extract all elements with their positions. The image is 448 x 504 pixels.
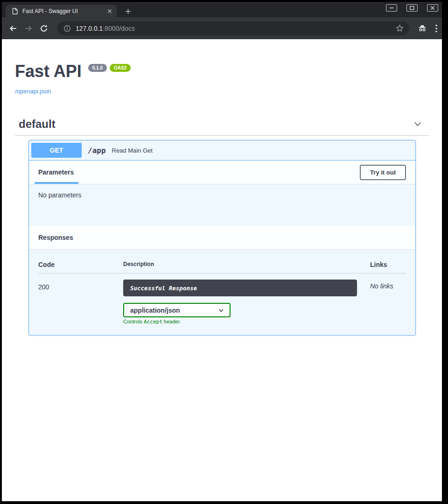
url-host: 127.0.0.1	[76, 25, 103, 32]
new-tab-button[interactable]	[124, 7, 132, 15]
window-minimize-button[interactable]	[386, 4, 397, 12]
active-tab-underline	[35, 182, 78, 184]
oas3-badge: OAS3	[110, 64, 131, 72]
page-title: Fast API	[15, 62, 82, 81]
bookmark-star-icon[interactable]	[396, 24, 404, 32]
window-maximize-button[interactable]	[406, 4, 418, 12]
browser-titlebar: Fast API - Swagger UI	[2, 2, 442, 17]
column-header-code: Code	[38, 261, 123, 268]
response-links: No links	[370, 280, 406, 296]
url-text: 127.0.0.1:8000/docs	[76, 25, 396, 32]
media-type-select[interactable]: application/json	[123, 303, 231, 317]
operation-block-get-app: GET /app Read Main Get Parameters Try it…	[28, 140, 416, 336]
page-favicon-document-icon	[12, 8, 18, 14]
media-type-value: application/json	[130, 307, 180, 314]
accept-hint-suffix: header.	[162, 319, 181, 324]
tab-close-icon[interactable]	[107, 9, 112, 14]
openapi-spec-link[interactable]: /openapi.json	[15, 88, 51, 95]
tag-section-title: default	[19, 118, 56, 131]
http-method-badge: GET	[31, 143, 82, 158]
browser-toolbar: 127.0.0.1:8000/docs	[2, 17, 442, 39]
window-controls	[377, 4, 438, 12]
url-path: :8000/docs	[103, 25, 135, 32]
parameters-body: No parameters	[29, 184, 415, 226]
browser-menu-icon[interactable]	[435, 24, 437, 33]
try-it-out-button[interactable]: Try it out	[360, 165, 406, 180]
column-header-description: Description	[123, 261, 370, 268]
tag-section: default GET /app Read Main Get Parameter…	[15, 118, 429, 336]
response-code: 200	[38, 280, 123, 296]
responses-table-header: Code Description Links	[38, 261, 406, 273]
window-close-button[interactable]	[427, 4, 438, 12]
address-bar[interactable]: 127.0.0.1:8000/docs	[57, 21, 409, 35]
select-chevron-down-icon	[218, 308, 224, 313]
media-type-row: application/json Controls Accept header.	[123, 303, 406, 325]
response-description-box: Successful Response	[123, 280, 357, 296]
incognito-icon	[418, 25, 427, 32]
operation-description: Read Main Get	[112, 147, 153, 154]
site-info-icon[interactable]	[63, 25, 71, 32]
accept-hint-code: Accept	[144, 319, 162, 325]
accept-hint-prefix: Controls	[123, 319, 144, 324]
tab-title: Fast API - Swagger UI	[22, 8, 105, 14]
chevron-down-icon[interactable]	[413, 119, 422, 129]
responses-header: Responses	[29, 226, 415, 249]
forward-button-icon[interactable]	[24, 24, 33, 33]
no-parameters-message: No parameters	[38, 191, 82, 199]
browser-tab[interactable]: Fast API - Swagger UI	[6, 5, 117, 17]
back-button-icon[interactable]	[8, 24, 18, 33]
page-content: Fast API 0.1.0 OAS3 /openapi.json defaul…	[2, 39, 442, 501]
accept-header-hint: Controls Accept header.	[123, 319, 406, 325]
table-row: 200 Successful Response No links	[38, 273, 406, 296]
reload-button-icon[interactable]	[39, 24, 49, 33]
operation-path: /app	[88, 146, 106, 155]
operation-summary[interactable]: GET /app Read Main Get	[29, 140, 415, 161]
response-description-text: Successful Response	[130, 285, 197, 292]
parameters-header: Parameters Try it out	[29, 161, 415, 184]
column-header-links: Links	[370, 261, 406, 268]
version-badge: 0.1.0	[88, 64, 107, 72]
tag-section-header[interactable]: default	[15, 118, 429, 136]
responses-heading: Responses	[38, 234, 73, 241]
api-info: Fast API 0.1.0 OAS3 /openapi.json	[2, 39, 442, 95]
responses-body: Code Description Links 200 Successful Re…	[29, 249, 415, 335]
badges: 0.1.0 OAS3	[85, 64, 131, 72]
tab-parameters[interactable]: Parameters	[38, 168, 74, 176]
